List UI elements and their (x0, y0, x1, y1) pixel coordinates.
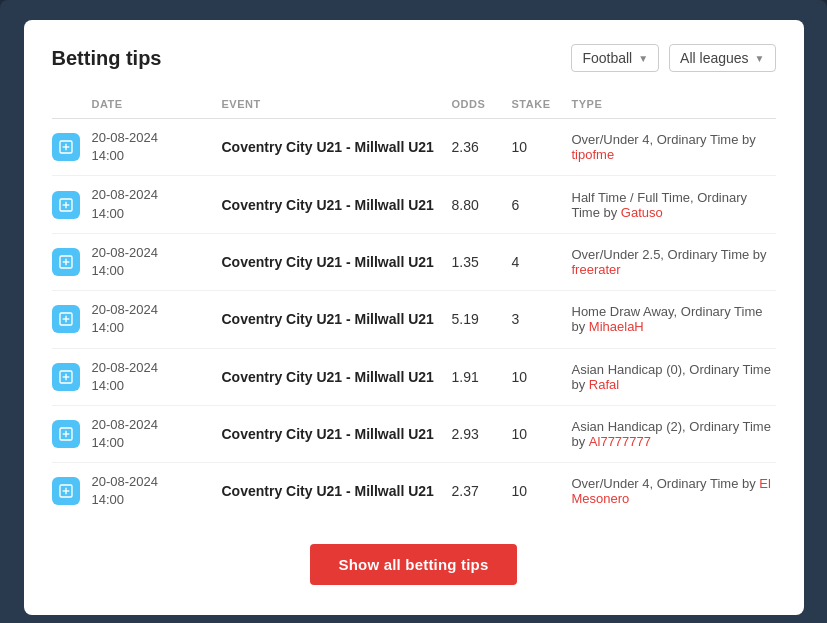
event-cell: Coventry City U21 - Millwall U21 (222, 139, 452, 155)
tip-icon[interactable] (52, 305, 80, 333)
stake-cell: 10 (512, 139, 572, 155)
betting-tips-card: Betting tips Football ▼ All leagues ▼ DA… (24, 20, 804, 615)
date-value: 20-08-2024 (92, 244, 222, 262)
type-text: Over/Under 4, Ordinary Time by (572, 132, 756, 147)
time-value: 14:00 (92, 319, 222, 337)
date-value: 20-08-2024 (92, 473, 222, 491)
time-value: 14:00 (92, 205, 222, 223)
league-filter-label: All leagues (680, 50, 749, 66)
date-value: 20-08-2024 (92, 129, 222, 147)
time-value: 14:00 (92, 262, 222, 280)
card-header: Betting tips Football ▼ All leagues ▼ (52, 44, 776, 72)
date-value: 20-08-2024 (92, 186, 222, 204)
league-filter-dropdown[interactable]: All leagues ▼ (669, 44, 775, 72)
odds-cell: 2.36 (452, 139, 512, 155)
type-cell: Home Draw Away, Ordinary Time by Mihaela… (572, 304, 776, 334)
table-header: DATE EVENT ODDS STAKE TYPE (52, 92, 776, 119)
date-cell: 20-08-2024 14:00 (92, 301, 222, 337)
tip-icon[interactable] (52, 133, 80, 161)
type-text: Over/Under 4, Ordinary Time by (572, 476, 760, 491)
table-row: 20-08-2024 14:00 Coventry City U21 - Mil… (52, 119, 776, 176)
table-row: 20-08-2024 14:00 Coventry City U21 - Mil… (52, 291, 776, 348)
table-row: 20-08-2024 14:00 Coventry City U21 - Mil… (52, 406, 776, 463)
sport-filter-chevron-icon: ▼ (638, 53, 648, 64)
odds-cell: 1.91 (452, 369, 512, 385)
tip-icon[interactable] (52, 363, 80, 391)
time-value: 14:00 (92, 491, 222, 509)
event-cell: Coventry City U21 - Millwall U21 (222, 254, 452, 270)
sport-filter-label: Football (582, 50, 632, 66)
event-cell: Coventry City U21 - Millwall U21 (222, 197, 452, 213)
tipster-link[interactable]: Rafal (589, 377, 619, 392)
tipster-link[interactable]: MihaelaH (589, 319, 644, 334)
tip-icon[interactable] (52, 477, 80, 505)
type-text: Over/Under 2.5, Ordinary Time by (572, 247, 767, 262)
table-row: 20-08-2024 14:00 Coventry City U21 - Mil… (52, 234, 776, 291)
tipster-link[interactable]: Al7777777 (589, 434, 651, 449)
table-body: 20-08-2024 14:00 Coventry City U21 - Mil… (52, 119, 776, 520)
page-background: Betting tips Football ▼ All leagues ▼ DA… (0, 0, 827, 623)
stake-cell: 10 (512, 426, 572, 442)
odds-cell: 2.93 (452, 426, 512, 442)
date-value: 20-08-2024 (92, 416, 222, 434)
sport-filter-dropdown[interactable]: Football ▼ (571, 44, 659, 72)
league-filter-chevron-icon: ▼ (755, 53, 765, 64)
table-row: 20-08-2024 14:00 Coventry City U21 - Mil… (52, 176, 776, 233)
stake-cell: 10 (512, 369, 572, 385)
date-cell: 20-08-2024 14:00 (92, 473, 222, 509)
event-cell: Coventry City U21 - Millwall U21 (222, 483, 452, 499)
event-cell: Coventry City U21 - Millwall U21 (222, 369, 452, 385)
odds-cell: 2.37 (452, 483, 512, 499)
card-title: Betting tips (52, 47, 162, 70)
date-cell: 20-08-2024 14:00 (92, 186, 222, 222)
tip-icon[interactable] (52, 420, 80, 448)
date-cell: 20-08-2024 14:00 (92, 359, 222, 395)
date-value: 20-08-2024 (92, 359, 222, 377)
stake-cell: 3 (512, 311, 572, 327)
col-type: TYPE (572, 98, 776, 110)
col-event: EVENT (222, 98, 452, 110)
tip-icon[interactable] (52, 248, 80, 276)
tipster-link[interactable]: tipofme (572, 147, 615, 162)
tipster-link[interactable]: freerater (572, 262, 621, 277)
date-cell: 20-08-2024 14:00 (92, 416, 222, 452)
col-stake: STAKE (512, 98, 572, 110)
time-value: 14:00 (92, 147, 222, 165)
time-value: 14:00 (92, 434, 222, 452)
tip-icon[interactable] (52, 191, 80, 219)
date-cell: 20-08-2024 14:00 (92, 129, 222, 165)
stake-cell: 6 (512, 197, 572, 213)
col-odds: ODDS (452, 98, 512, 110)
event-cell: Coventry City U21 - Millwall U21 (222, 311, 452, 327)
type-cell: Over/Under 4, Ordinary Time by tipofme (572, 132, 776, 162)
type-cell: Asian Handicap (2), Ordinary Time by Al7… (572, 419, 776, 449)
odds-cell: 8.80 (452, 197, 512, 213)
tipster-link[interactable]: Gatuso (621, 205, 663, 220)
type-cell: Over/Under 4, Ordinary Time by El Mesone… (572, 476, 776, 506)
odds-cell: 1.35 (452, 254, 512, 270)
show-all-button[interactable]: Show all betting tips (310, 544, 516, 585)
type-cell: Asian Handicap (0), Ordinary Time by Raf… (572, 362, 776, 392)
col-date: DATE (92, 98, 222, 110)
date-cell: 20-08-2024 14:00 (92, 244, 222, 280)
type-cell: Over/Under 2.5, Ordinary Time by freerat… (572, 247, 776, 277)
date-value: 20-08-2024 (92, 301, 222, 319)
header-filters: Football ▼ All leagues ▼ (571, 44, 775, 72)
table-row: 20-08-2024 14:00 Coventry City U21 - Mil… (52, 349, 776, 406)
type-cell: Half Time / Full Time, Ordinary Time by … (572, 190, 776, 220)
stake-cell: 4 (512, 254, 572, 270)
time-value: 14:00 (92, 377, 222, 395)
event-cell: Coventry City U21 - Millwall U21 (222, 426, 452, 442)
odds-cell: 5.19 (452, 311, 512, 327)
table-row: 20-08-2024 14:00 Coventry City U21 - Mil… (52, 463, 776, 519)
stake-cell: 10 (512, 483, 572, 499)
